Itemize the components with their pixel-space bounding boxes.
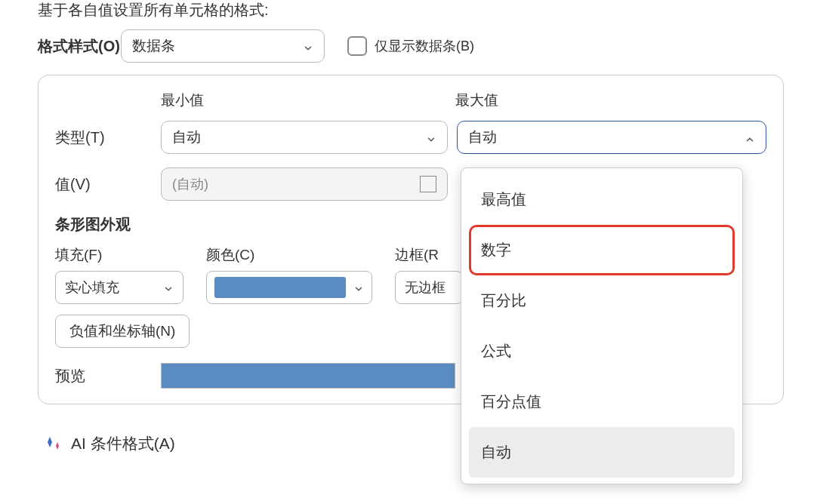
show-bar-only-label: 仅显示数据条(B): [375, 37, 474, 55]
format-style-row: 格式样式(O) 数据条 仅显示数据条(B): [15, 29, 799, 63]
border-select[interactable]: 无边框: [395, 271, 463, 304]
value-min-placeholder: (自动): [172, 175, 208, 193]
chevron-down-icon: [303, 41, 313, 51]
type-max-select[interactable]: 自动: [457, 121, 766, 154]
dropdown-item-highest[interactable]: 最高值: [469, 174, 735, 225]
ai-format-label: AI 条件格式(A): [71, 433, 175, 454]
type-max-value: 自动: [468, 128, 497, 147]
format-description: 基于各自值设置所有单元格的格式:: [15, 0, 799, 29]
format-style-select[interactable]: 数据条: [121, 29, 325, 63]
format-style-label: 格式样式(O): [15, 36, 121, 57]
preview-bar: [161, 363, 455, 389]
dropdown-item-formula[interactable]: 公式: [469, 326, 735, 376]
type-min-value: 自动: [172, 128, 201, 147]
ai-sparkle-icon: [45, 435, 63, 453]
dropdown-item-number[interactable]: 数字: [469, 225, 735, 275]
dropdown-item-percent[interactable]: 百分比: [469, 275, 735, 326]
chevron-up-icon: [745, 132, 755, 143]
chevron-down-icon: [163, 282, 174, 293]
fill-select[interactable]: 实心填充: [55, 271, 183, 304]
dropdown-item-auto[interactable]: 自动: [469, 427, 735, 478]
type-min-select[interactable]: 自动: [161, 121, 448, 154]
negative-axis-button[interactable]: 负值和坐标轴(N): [55, 315, 190, 348]
chevron-down-icon: [426, 132, 436, 143]
fill-label: 填充(F): [55, 245, 183, 265]
min-header: 最小值: [161, 91, 455, 110]
type-max-dropdown: 最高值 数字 百分比 公式 百分点值 自动: [461, 167, 743, 484]
range-selector-icon[interactable]: [420, 176, 436, 192]
type-label: 类型(T): [55, 128, 161, 148]
show-bar-only-checkbox-wrap[interactable]: 仅显示数据条(B): [347, 36, 474, 56]
minmax-headers: 最小值 最大值: [55, 91, 766, 110]
border-value: 无边框: [405, 278, 446, 297]
color-swatch: [214, 277, 346, 298]
negative-axis-label: 负值和坐标轴(N): [69, 321, 175, 341]
fill-value: 实心填充: [65, 278, 119, 297]
show-bar-only-checkbox[interactable]: [347, 36, 367, 56]
value-min-input[interactable]: (自动): [161, 167, 448, 201]
color-select[interactable]: [206, 271, 372, 304]
border-label: 边框(R: [395, 245, 463, 265]
max-header: 最大值: [455, 91, 766, 110]
value-label: 值(V): [55, 174, 161, 195]
type-row: 类型(T) 自动 自动: [55, 121, 766, 154]
chevron-down-icon: [353, 282, 364, 293]
format-style-value: 数据条: [132, 36, 175, 56]
dropdown-item-percentile[interactable]: 百分点值: [469, 376, 735, 427]
color-label: 颜色(C): [206, 245, 372, 265]
preview-label: 预览: [55, 366, 150, 386]
